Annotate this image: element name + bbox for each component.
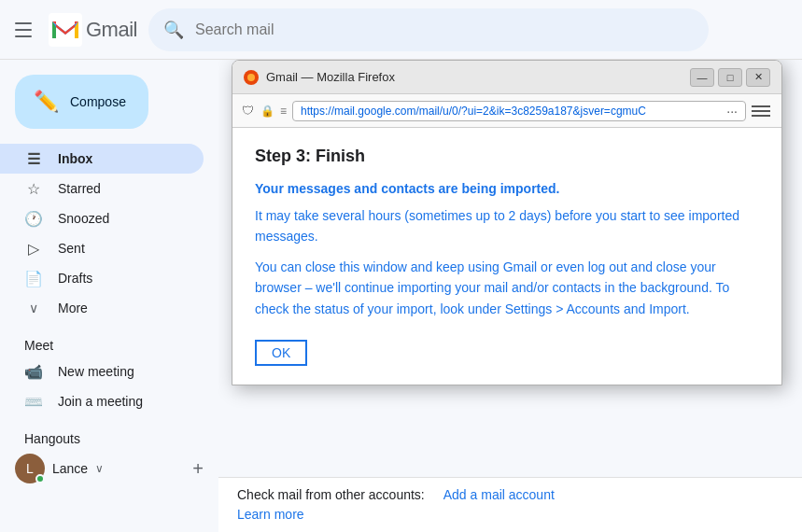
sidebar-item-label: Snoozed bbox=[58, 211, 109, 226]
online-status-dot bbox=[35, 474, 45, 483]
ok-button[interactable]: OK bbox=[255, 340, 307, 366]
firefox-content: Step 3: Finish Your messages and contact… bbox=[232, 128, 781, 385]
import-heading: Your messages and contacts are being imp… bbox=[255, 181, 759, 196]
import-para1: It may take several hours (sometimes up … bbox=[255, 205, 759, 247]
sidebar-item-inbox[interactable]: ☰ Inbox bbox=[0, 144, 204, 174]
sidebar-item-label: Inbox bbox=[58, 151, 92, 166]
firefox-window-title: Gmail — Mozilla Firefox bbox=[266, 70, 682, 84]
modal-overlay: Gmail — Mozilla Firefox — □ ✕ 🛡 🔒 ≡ http… bbox=[218, 60, 802, 532]
search-bar[interactable]: 🔍 bbox=[148, 8, 709, 51]
step-title: Step 3: Finish bbox=[255, 147, 759, 166]
star-icon: ☆ bbox=[24, 180, 43, 198]
learn-more-link[interactable]: Learn more bbox=[237, 507, 304, 522]
firefox-window: Gmail — Mozilla Firefox — □ ✕ 🛡 🔒 ≡ http… bbox=[232, 60, 782, 385]
sidebar-item-sent[interactable]: ▷ Sent bbox=[0, 233, 204, 263]
sidebar-item-label: Sent bbox=[58, 241, 85, 256]
site-info-icon: ≡ bbox=[280, 105, 287, 118]
add-mail-account-link[interactable]: Add a mail account bbox=[443, 487, 555, 502]
avatar: L bbox=[15, 454, 45, 483]
gmail-m-icon bbox=[49, 13, 82, 47]
sidebar-item-label: Drafts bbox=[58, 271, 92, 286]
firefox-titlebar: Gmail — Mozilla Firefox — □ ✕ bbox=[232, 61, 781, 94]
add-hangout-button[interactable]: + bbox=[192, 458, 204, 480]
main-layout: ✏️ Compose ☰ Inbox ☆ Starred 🕐 Snoozed ▷… bbox=[0, 60, 802, 532]
lock-icon: 🔒 bbox=[260, 105, 274, 118]
shield-icon: 🛡 bbox=[240, 104, 255, 119]
firefox-favicon-icon bbox=[244, 70, 259, 85]
import-para2: You can close this window and keep using… bbox=[255, 257, 759, 319]
gmail-wordmark: Gmail bbox=[86, 18, 137, 42]
sidebar: ✏️ Compose ☰ Inbox ☆ Starred 🕐 Snoozed ▷… bbox=[0, 60, 218, 532]
url-options-icon[interactable]: ··· bbox=[726, 104, 738, 119]
content-area: Gmail — Mozilla Firefox — □ ✕ 🛡 🔒 ≡ http… bbox=[218, 60, 802, 532]
drafts-icon: 📄 bbox=[24, 270, 43, 287]
compose-label: Compose bbox=[70, 94, 126, 109]
close-button[interactable]: ✕ bbox=[746, 68, 770, 87]
sidebar-item-new-meeting[interactable]: 📹 New meeting bbox=[0, 357, 204, 386]
firefox-window-controls: — □ ✕ bbox=[690, 68, 770, 87]
hamburger-menu[interactable] bbox=[15, 19, 37, 41]
firefox-menu-button[interactable] bbox=[752, 100, 774, 122]
inbox-icon: ☰ bbox=[24, 150, 43, 168]
keyboard-icon: ⌨️ bbox=[24, 393, 43, 411]
sidebar-item-snoozed[interactable]: 🕐 Snoozed bbox=[0, 203, 204, 233]
sidebar-item-label: Starred bbox=[58, 181, 101, 196]
compose-plus-icon: ✏️ bbox=[34, 90, 59, 114]
clock-icon: 🕐 bbox=[24, 210, 43, 228]
minimize-button[interactable]: — bbox=[690, 68, 714, 87]
bottom-strip: Check mail from other accounts: Add a ma… bbox=[218, 477, 802, 532]
compose-button[interactable]: ✏️ Compose bbox=[15, 75, 148, 129]
sidebar-item-label: Join a meeting bbox=[58, 394, 143, 409]
sent-icon: ▷ bbox=[24, 240, 43, 258]
top-bar: Gmail 🔍 bbox=[0, 0, 802, 60]
url-bar[interactable]: https://mail.google.com/mail/u/0/?ui=2&i… bbox=[292, 101, 746, 121]
bottom-strip-row: Check mail from other accounts: Add a ma… bbox=[237, 487, 783, 502]
maximize-button[interactable]: □ bbox=[718, 68, 742, 87]
meet-section-label: Meet bbox=[0, 323, 218, 357]
firefox-address-bar: 🛡 🔒 ≡ https://mail.google.com/mail/u/0/?… bbox=[232, 94, 781, 128]
hangouts-user-item[interactable]: L Lance ∨ + bbox=[0, 450, 218, 487]
hangouts-user-name: Lance bbox=[52, 461, 88, 476]
check-mail-label: Check mail from other accounts: bbox=[237, 487, 425, 502]
gmail-logo: Gmail bbox=[49, 13, 137, 47]
hangouts-section-label: Hangouts bbox=[0, 416, 218, 450]
sidebar-item-join-meeting[interactable]: ⌨️ Join a meeting bbox=[0, 386, 204, 416]
video-icon: 📹 bbox=[24, 363, 43, 381]
sidebar-item-more[interactable]: ∨ More bbox=[0, 293, 204, 323]
chevron-down-icon: ∨ bbox=[24, 301, 43, 315]
search-icon: 🔍 bbox=[163, 20, 184, 40]
hangouts-user-chevron: ∨ bbox=[95, 462, 104, 475]
url-text: https://mail.google.com/mail/u/0/?ui=2&i… bbox=[301, 105, 646, 118]
sidebar-item-starred[interactable]: ☆ Starred bbox=[0, 174, 204, 203]
sidebar-item-label: New meeting bbox=[58, 364, 134, 379]
sidebar-item-label: More bbox=[58, 301, 88, 315]
sidebar-item-drafts[interactable]: 📄 Drafts bbox=[0, 263, 204, 293]
search-input[interactable] bbox=[195, 21, 694, 38]
